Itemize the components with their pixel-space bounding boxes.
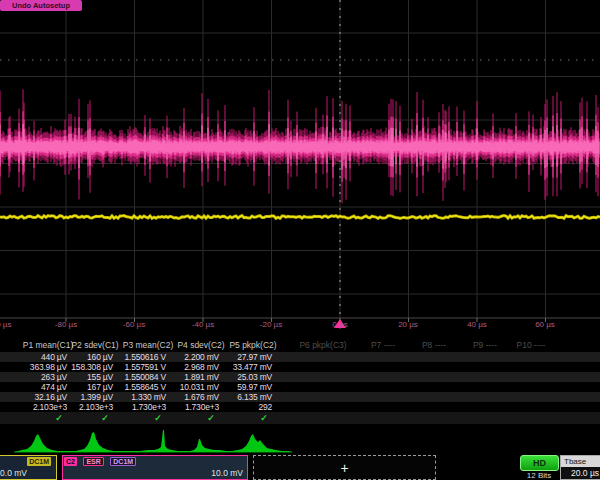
oscilloscope-screen: Undo Autosetup -100 µs-80 µs-60 µs-40 µs… [0, 0, 600, 480]
stat-row: 2.103e+32.103e+31.730e+31.730e+3292 [0, 402, 600, 412]
stat-parameter-header[interactable]: P2 sdev(C1) [71, 340, 118, 350]
stat-cell: 33.477 mV [202, 362, 272, 372]
stat-row: 263 µV155 µV1.550084 V1.891 mV25.03 mV [0, 372, 600, 382]
axis-label: -40 µs [192, 320, 214, 329]
status-check-icon: ✓ [207, 412, 215, 424]
stat-cell: 6.135 mV [202, 392, 272, 402]
c1-coupling-badge: DC1M [27, 457, 51, 466]
stat-parameter-header-dim[interactable]: P8 ---- [422, 340, 446, 350]
axis-label: 0 µs [332, 320, 347, 329]
stats-table: P1 mean(C1)P2 sdev(C1)P3 mean(C2)P4 sdev… [0, 338, 600, 426]
stat-row: 32.16 µV1.399 µV1.330 mV1.676 mV6.135 mV [0, 392, 600, 402]
stat-parameter-header[interactable]: P5 pkpk(C2) [229, 340, 276, 350]
hd-bits-label: 12 Bits [514, 471, 564, 480]
axis-label: -100 µs [0, 320, 11, 329]
timebase-title: Tbase [561, 456, 600, 467]
stat-cell: 59.97 mV [202, 382, 272, 392]
stat-cell: 25.03 mV [202, 372, 272, 382]
channel-c1-descriptor[interactable]: DC1M 10.0 mV [0, 455, 57, 480]
c1-vertical-scale: 10.0 mV [0, 468, 27, 479]
cursor-readout-box[interactable]: + [253, 455, 436, 480]
axis-label: 20 µs [398, 320, 418, 329]
axis-label: 60 µs [535, 320, 555, 329]
timebase-value: 20.0 µs [571, 468, 599, 479]
c2-coupling-badge: DC1M [110, 457, 136, 466]
stat-cell: 292 [202, 402, 272, 412]
stat-parameter-header-dim[interactable]: P9 ---- [473, 340, 497, 350]
c2-vertical-scale: 10.0 mV [211, 468, 243, 479]
histogram-icons [14, 430, 292, 452]
status-check-icon: ✓ [101, 412, 109, 424]
c2-channel-tag: C2 [64, 457, 77, 466]
status-check-icon: ✓ [260, 412, 268, 424]
axis-label: -80 µs [55, 320, 77, 329]
stat-parameter-header-dim[interactable]: P10 ---- [517, 340, 546, 350]
channel-c2-descriptor[interactable]: C2 ESR DC1M 10.0 mV [62, 455, 248, 480]
stat-row: 363.98 µV158.308 µV1.557591 V2.968 mV33.… [0, 362, 600, 372]
c1-trace [0, 216, 600, 219]
stat-parameter-header-dim[interactable]: P7 ---- [371, 340, 395, 350]
undo-autosetup-button[interactable]: Undo Autosetup [0, 0, 82, 11]
bottom-bar: DC1M 10.0 mV C2 ESR DC1M 10.0 mV + HD 12… [0, 455, 600, 480]
c1-tag-row: DC1M [0, 457, 55, 467]
stat-parameter-header-dim[interactable]: P6 pkpk(C3) [299, 340, 346, 350]
time-axis: -100 µs-80 µs-60 µs-40 µs-20 µs0 µs20 µs… [0, 320, 600, 334]
c2-trace [0, 89, 599, 203]
status-check-icon: ✓ [154, 412, 162, 424]
hd-mode-badge[interactable]: HD [520, 455, 559, 471]
timebase-descriptor[interactable]: Tbase 20.0 µs [560, 455, 600, 480]
status-check-icon: ✓ [55, 412, 63, 424]
stat-cell: 27.97 mV [202, 352, 272, 362]
axis-label: -20 µs [260, 320, 282, 329]
c2-esr-badge: ESR [83, 457, 103, 466]
stat-row: 440 µV160 µV1.550616 V2.200 mV27.97 mV [0, 352, 600, 362]
stat-parameter-header[interactable]: P1 mean(C1) [23, 340, 74, 350]
c2-tag-row: C2 ESR DC1M [64, 457, 246, 467]
stats-status-row: ✓✓✓✓✓ [0, 412, 600, 424]
axis-label: -60 µs [123, 320, 145, 329]
axis-label: 40 µs [467, 320, 487, 329]
cursor-cross-icon: + [254, 459, 435, 477]
stat-row: 474 µV167 µV1.558645 V10.031 mV59.97 mV [0, 382, 600, 392]
stat-parameter-header[interactable]: P3 mean(C2) [123, 340, 174, 350]
stat-parameter-header[interactable]: P4 sdev(C2) [177, 340, 224, 350]
